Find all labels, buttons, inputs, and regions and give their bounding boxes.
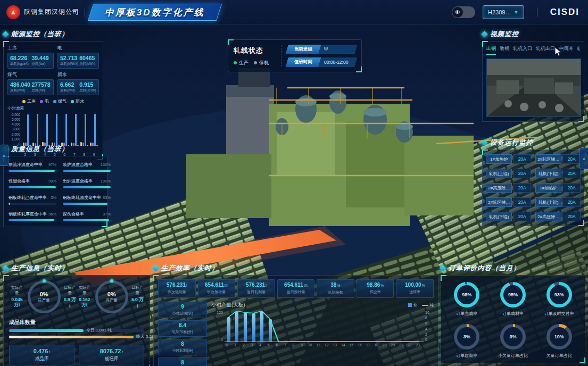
energy-value: 39.449 — [32, 55, 52, 61]
shift-team-badge: 当前班组 甲 — [285, 45, 357, 54]
stock-card-label: 成品库 — [10, 356, 74, 362]
panel-title-text: 生产信息（实时） — [11, 264, 69, 273]
x-tick-label: 19 — [380, 343, 389, 347]
video-tab-轧机入口[interactable]: 轧机入口 — [513, 45, 532, 55]
x-tick-label: 12 — [322, 343, 331, 347]
stock-card: 0.476t成品库 — [9, 345, 74, 365]
quality-item-top: 探伤合格率97% — [63, 211, 111, 217]
gauge-dot — [110, 279, 113, 282]
panel-line-status: 轧线状态 生产停机 当前班组 甲 值班时间 00:00-12:00 — [228, 39, 362, 72]
stock-bar-track: 昨天 5,205 吨 — [9, 336, 144, 338]
company-name: 陕钢集团汉钢公司 — [24, 7, 79, 16]
energy-value: 80465 — [79, 55, 96, 61]
order-ring-item: 98%订单完成率 — [445, 282, 488, 317]
box-value: 8.4 — [159, 322, 206, 328]
order-ring: 93% — [546, 282, 572, 307]
device-row: 1#加热炉20A — [486, 154, 531, 164]
energy-chart-yaxis: 6,0005,0004,0003,0002,0001,0000 — [7, 113, 22, 146]
stat-unit: % — [422, 284, 425, 287]
stat-value: 98.86% — [358, 282, 393, 288]
device-row: 轧机(下辊)20A — [486, 212, 531, 221]
x-tick-label: 10 — [306, 343, 314, 347]
device-current-value: 20A — [562, 183, 581, 193]
x-tick-label: 16 — [355, 343, 364, 347]
order-ring-label: 欠量订单占比 — [546, 353, 572, 359]
legend-label: 煤气 — [58, 98, 67, 104]
stock-bars: 今日 1,801 吨昨天 5,205 吨 — [9, 329, 144, 338]
collapse-left-panels-button[interactable]: « — [0, 145, 9, 166]
x-tick-label: 23 — [413, 343, 422, 347]
header-divider — [85, 7, 85, 17]
x-tick-label: 17 — [364, 343, 372, 347]
collapse-right-panels-button[interactable]: » — [579, 148, 588, 169]
gauge-target-label: 目标产量 — [63, 285, 77, 296]
video-tab-轧机出口[interactable]: 轧机出口 — [536, 45, 555, 55]
progress-track — [63, 219, 111, 221]
company-logo: ▲ 陕钢集团汉钢公司 — [6, 5, 79, 19]
line-status-legend: 生产停机 — [234, 60, 276, 66]
status-dot — [234, 61, 237, 64]
video-tab-装钢[interactable]: 装钢 — [500, 45, 509, 55]
order-ring-item: 93%订单及时交付率 — [537, 282, 581, 317]
video-feed[interactable] — [486, 59, 581, 117]
energy-group-name: 煤气 — [7, 71, 54, 78]
panel-title-text: 能源监控（当班） — [11, 30, 69, 39]
stat-label: 当日轧制量 — [238, 289, 274, 295]
video-tab-出钢[interactable]: 出钢 — [486, 45, 496, 55]
progress-fill — [63, 203, 107, 205]
gauge-dot — [43, 279, 46, 282]
x-tick-label: 13 — [331, 343, 339, 347]
bar-group — [90, 114, 98, 146]
y-tick-label: 2,000 — [7, 132, 20, 136]
panel-title: 生产信息（实时） — [3, 264, 150, 273]
progress-fill — [63, 219, 109, 221]
x-tick-label: 3 — [248, 343, 256, 347]
energy-card: 486.040单耗(m³/t)277578总耗(m³) — [7, 79, 54, 95]
device-current-value: 20A — [513, 212, 531, 221]
box-value: 9 — [159, 304, 206, 310]
panel-title: 质量信息（当班） — [3, 145, 107, 154]
energy-unit-label: 总耗(tce) — [32, 62, 52, 66]
y-tick-label: 0 — [211, 338, 223, 342]
efficiency-stat-card: 654.611t/h班次预计量 — [198, 279, 236, 298]
order-ring-value: 98% — [454, 282, 479, 307]
quality-label: 层流冷温度命中率 — [9, 162, 43, 168]
energy-grid: 工序68.226单耗(kgce/t)39.449总耗(tce)电52.713单耗… — [7, 45, 99, 95]
panel-title: 视频监控 — [482, 30, 584, 39]
y-tick-label: 120 — [211, 311, 223, 314]
chart-legend-item: 块 — [408, 303, 418, 308]
efficiency-stat-card: 576.231t班次轧制量 — [158, 279, 196, 298]
legend-item: 工序 — [22, 98, 36, 104]
device-name: 2#轧区辅… — [486, 197, 512, 207]
device-name: 2#轧区辅… — [535, 154, 561, 164]
energy-metric: 0.915总耗(万m³) — [79, 81, 96, 93]
energy-group-name: 电 — [57, 45, 99, 52]
box-label: 小时轧制(块) — [159, 348, 206, 353]
stock-bar-fill — [9, 336, 134, 338]
panel-production-info: 生产信息（实时） 实际产量 0.045 万t 0% 日产量 目标产量 — [3, 264, 150, 366]
progress-track — [9, 219, 56, 221]
hourly-chart-yaxis-right: 1086420 — [424, 311, 434, 342]
gauge-percent: 0% — [40, 291, 48, 297]
quality-value: 100% — [101, 179, 111, 184]
progress-fill — [9, 186, 56, 188]
daily-output-gauge: 实际产量 0.045 万t 0% 日产量 目标产量 0.9 万t — [9, 280, 77, 313]
device-current-value: 20A — [562, 212, 581, 221]
efficiency-box: 8当班轧制(块) — [158, 357, 207, 366]
panel-title-text: 质量信息（当班） — [11, 145, 69, 154]
visibility-toggle[interactable]: 👁 — [452, 6, 475, 18]
status-dot — [254, 61, 257, 64]
chart-legend-item: 吨 — [422, 303, 434, 308]
device-name: 轧机(下辊) — [535, 169, 561, 178]
bar-group — [23, 114, 31, 146]
energy-card: 68.226单耗(kgce/t)39.449总耗(tce) — [7, 53, 54, 69]
shift-dropdown[interactable]: H2309… ▼ — [483, 5, 524, 19]
diamond-icon — [2, 31, 9, 38]
bar-group — [42, 114, 50, 146]
video-tab-电加热[interactable]: 电加热 — [577, 45, 580, 55]
panel-device-monitor: 设备运行监控 1#加热炉20A2#轧区辅…20A轧机(上辊)20A轧机(下辊)2… — [482, 138, 584, 226]
order-ring: 10% — [546, 324, 572, 350]
energy-group-name: 工序 — [7, 45, 54, 52]
energy-metric: 6.662单耗(m³/t) — [60, 81, 77, 93]
stat-unit: t — [186, 284, 187, 287]
